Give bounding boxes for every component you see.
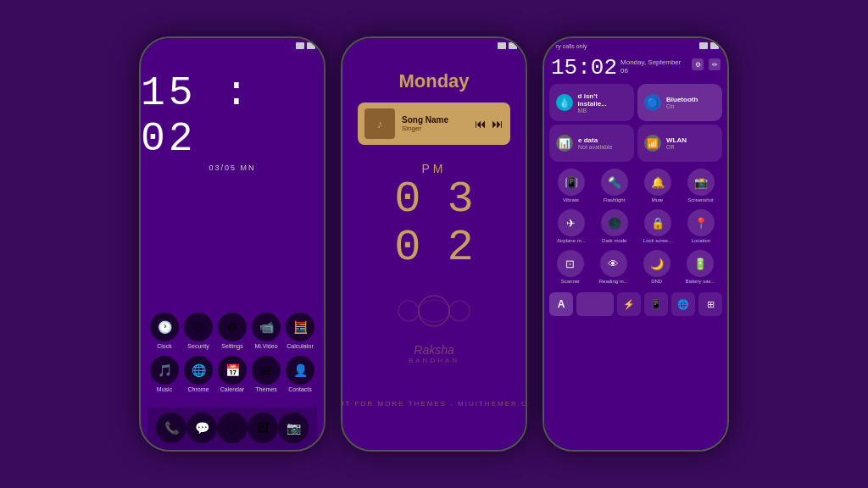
toggle-reading[interactable]: 👁 Reading m... <box>599 250 628 284</box>
chrome-label: Chrome <box>188 386 209 392</box>
cc-toggles-row1: 📳 Vibrate 🔦 Flashlight 🔔 Mute 📸 Screensh… <box>544 165 727 206</box>
cc-keyboard-row: A ⚡ 📱 🌐 ⊞ <box>544 289 727 319</box>
reading-label: Reading m... <box>599 279 628 284</box>
app-row-1: 🕐 Clock 🛡 Security ⚙ Settings 📹 Mi.Video <box>147 313 317 349</box>
scanner-label: Scanner <box>561 279 580 284</box>
airplane-label: Airplane m... <box>557 238 586 243</box>
music-album-art: ♪ <box>364 108 395 139</box>
bluetooth-tile-sub: On <box>666 103 698 109</box>
toggle-battery[interactable]: 🔋 Battery sav... <box>685 250 715 284</box>
keyboard-icon-4[interactable]: ⊞ <box>698 292 722 316</box>
notif-text: ry calls only <box>553 43 696 49</box>
keyboard-icon-1[interactable]: ⚡ <box>617 292 641 316</box>
screenshot-label: Screenshot <box>687 197 713 202</box>
app-chrome[interactable]: 🌐 Chrome <box>182 356 214 392</box>
vibrate-icon: 📳 <box>558 169 585 196</box>
music-label: Music <box>157 386 172 392</box>
app-themes[interactable]: ⊞ Themes <box>250 356 282 392</box>
data-tile-sub: MB <box>578 108 627 114</box>
app-settings[interactable]: ⚙ Settings <box>216 313 248 349</box>
cc-row-1: 💧 d isn't installe... MB 🔵 Bluetooth On <box>549 84 722 121</box>
toggle-lockscreen[interactable]: 🔒 Lock scree... <box>643 209 672 243</box>
cc-toggles-row2: ✈ Airplane m... 🌑 Dark mode 🔒 Lock scree… <box>544 206 727 247</box>
edit-icon-cc[interactable]: ✏ <box>709 58 721 70</box>
airplane-icon: ✈ <box>558 209 585 236</box>
day-label: Monday <box>398 70 469 92</box>
dock-phone[interactable]: 📞 <box>156 413 186 443</box>
dock-camera[interactable]: 📷 <box>278 413 309 443</box>
toggle-vibrate[interactable]: 📳 Vibrate <box>558 169 585 202</box>
location-icon: 📍 <box>687 209 715 236</box>
status-bar-1: ✱ ▮ <box>141 38 324 53</box>
dnd-label: DND <box>651 279 662 284</box>
battery-label: Battery sav... <box>685 279 715 284</box>
data-tile-text: d isn't installe... MB <box>578 92 627 114</box>
darkmode-icon: 🌑 <box>601 209 628 236</box>
toggle-location[interactable]: 📍 Location <box>687 209 715 243</box>
music-widget[interactable]: ♪ Song Name Singer ⏮ ⏭ <box>358 103 510 145</box>
calendar-label: Calendar <box>220 386 244 392</box>
clock-minute: 0 2 <box>394 224 474 272</box>
keyboard-extra-icons: ⚡ 📱 🌐 ⊞ <box>617 292 722 316</box>
cc-tile-mobile[interactable]: 📊 e data Not available <box>549 125 634 162</box>
app-contacts[interactable]: 👤 Contacts <box>284 356 316 392</box>
wlan-tile-title: WLAN <box>666 136 687 144</box>
keyboard-a-button[interactable]: A <box>549 292 573 316</box>
app-calendar[interactable]: 📅 Calendar <box>216 356 248 392</box>
themes-icon: ⊞ <box>252 356 281 385</box>
toggle-mute[interactable]: 🔔 Mute <box>644 169 671 202</box>
time-period: PM <box>394 162 474 175</box>
mivideo-icon: 📹 <box>252 313 281 341</box>
cc-date-icons: ⚙ ✏ <box>692 55 721 70</box>
app-music[interactable]: 🎵 Music <box>148 356 181 392</box>
status-bar-2: ✱ ▮ <box>342 38 526 53</box>
mobile-tile-icon: 📊 <box>556 135 573 152</box>
keyboard-icon-3[interactable]: 🌐 <box>671 292 695 316</box>
app-security[interactable]: 🛡 Security <box>182 313 214 349</box>
dock-filter[interactable]: ⬡ <box>217 413 248 443</box>
cc-date: Monday, September 06 <box>620 55 681 76</box>
bluetooth-tile-icon: 🔵 <box>644 94 661 111</box>
mobile-tile-sub: Not available <box>578 144 612 150</box>
next-button[interactable]: ⏭ <box>492 117 504 130</box>
phone-control-center: ry calls only ✱ ▮ 15:02 Monday, Septembe… <box>542 36 729 452</box>
song-artist: Singer <box>402 125 468 132</box>
mute-icon: 🔔 <box>644 169 671 196</box>
toggle-dnd[interactable]: 🌙 DND <box>643 250 670 284</box>
scanner-icon: ⊡ <box>557 250 584 277</box>
lock-time: 15 : 02 <box>141 70 324 162</box>
prev-button[interactable]: ⏮ <box>475 117 487 130</box>
darkmode-label: Dark mode <box>602 238 626 243</box>
toggle-scanner[interactable]: ⊡ Scanner <box>557 250 584 284</box>
dock-gallery[interactable]: 🖼 <box>248 413 278 443</box>
themes-label: Themes <box>255 386 276 392</box>
cc-date-line1: Monday, September <box>620 58 681 67</box>
cc-tile-wlan[interactable]: 📶 WLAN Off <box>637 125 722 162</box>
cc-toggles-row3: ⊡ Scanner 👁 Reading m... 🌙 DND 🔋 Battery… <box>544 247 727 287</box>
bluetooth-icon-3: ✱ <box>699 42 708 49</box>
toggle-flashlight[interactable]: 🔦 Flashlight <box>601 169 628 202</box>
music-controls: ⏮ ⏭ <box>475 117 504 130</box>
settings-icon-cc[interactable]: ⚙ <box>692 58 704 70</box>
security-icon: 🛡 <box>184 313 213 341</box>
app-calculator[interactable]: 🧮 Calculator <box>284 313 316 349</box>
mobile-tile-title: e data <box>578 136 612 144</box>
app-clock[interactable]: 🕐 Clock <box>148 313 181 349</box>
wlan-tile-icon: 📶 <box>644 135 661 152</box>
toggle-airplane[interactable]: ✈ Airplane m... <box>557 209 586 243</box>
cc-tile-bluetooth[interactable]: 🔵 Bluetooth On <box>637 84 722 121</box>
keyboard-spacebar[interactable] <box>576 292 614 316</box>
battery-icon-3: ▮ <box>710 42 719 49</box>
dnd-icon: 🌙 <box>643 250 670 277</box>
clock-label: Clock <box>157 343 172 349</box>
app-mivideo[interactable]: 📹 Mi.Video <box>250 313 282 349</box>
cc-tile-data[interactable]: 💧 d isn't installe... MB <box>549 84 634 121</box>
toggle-screenshot[interactable]: 📸 Screenshot <box>687 169 715 202</box>
clock-hour: 0 3 <box>394 175 474 224</box>
toggle-darkmode[interactable]: 🌑 Dark mode <box>601 209 628 243</box>
calculator-label: Calculator <box>287 343 314 349</box>
keyboard-icon-2[interactable]: 📱 <box>644 292 668 316</box>
flashlight-label: Flashlight <box>604 197 626 202</box>
dock-messages[interactable]: 💬 <box>186 413 217 443</box>
clock-icon: 🕐 <box>150 313 179 341</box>
